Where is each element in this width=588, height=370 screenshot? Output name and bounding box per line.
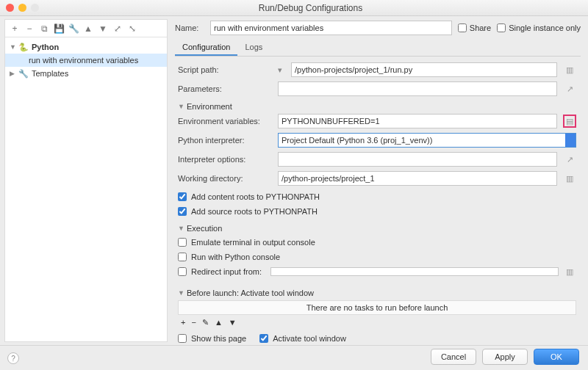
edit-icon[interactable]: ✎ (202, 318, 209, 327)
tree-node-run-config[interactable]: run with environment variables (5, 54, 167, 67)
wrench-icon: 🔧 (18, 69, 29, 79)
down-icon[interactable]: ▼ (98, 23, 108, 34)
tree-label: run with environment variables (29, 56, 138, 65)
ok-button[interactable]: OK (534, 349, 579, 365)
workdir-input[interactable] (278, 171, 557, 186)
up-icon[interactable]: ▲ (83, 23, 93, 34)
folder-icon[interactable]: ▥ (563, 63, 576, 76)
cancel-button[interactable]: Cancel (431, 349, 476, 365)
parameters-label: Parameters: (178, 84, 272, 93)
envvars-label: Environment variables: (178, 117, 272, 126)
traffic-lights (6, 4, 39, 12)
tree-label: Templates (32, 69, 68, 78)
script-path-label: Script path: (178, 65, 272, 74)
environment-section[interactable]: ▼Environment (178, 102, 576, 111)
script-path-input[interactable] (291, 62, 557, 77)
remove-icon[interactable]: − (191, 318, 196, 327)
chevron-down-icon[interactable]: ▾ (278, 65, 285, 75)
collapse-icon[interactable]: ⤡ (127, 23, 137, 34)
wrench-icon[interactable]: 🔧 (68, 23, 79, 34)
before-launch-toolbar: + − ✎ ▲ ▼ (178, 316, 576, 329)
sidebar-toolbar: + − ⧉ 💾 🔧 ▲ ▼ ⤢ ⤡ (5, 20, 167, 37)
sidebar: + − ⧉ 💾 🔧 ▲ ▼ ⤢ ⤡ ▼ 🐍 Python run with en… (4, 19, 168, 342)
execution-section[interactable]: ▼Execution (178, 224, 576, 233)
before-launch-section[interactable]: ▼Before launch: Activate tool window (178, 289, 576, 297)
tab-logs[interactable]: Logs (237, 40, 270, 56)
redirect-input-field[interactable] (270, 267, 559, 276)
expand-icon[interactable]: ↗ (563, 153, 576, 166)
minimize-icon[interactable] (18, 4, 26, 12)
tab-configuration[interactable]: Configuration (175, 40, 237, 56)
apply-button[interactable]: Apply (482, 349, 528, 365)
expand-icon[interactable]: ⤢ (112, 23, 123, 34)
tabs: Configuration Logs (175, 40, 581, 57)
tree-label: Python (32, 43, 59, 51)
redirect-input-checkbox[interactable] (178, 267, 187, 276)
name-label: Name: (175, 23, 204, 32)
help-icon[interactable]: ? (7, 352, 19, 364)
zoom-icon (31, 4, 39, 12)
add-icon[interactable]: + (10, 23, 20, 34)
chevron-down-icon: ▼ (10, 43, 15, 51)
down-icon[interactable]: ▼ (229, 318, 237, 327)
parameters-input[interactable] (278, 81, 557, 96)
close-icon[interactable] (6, 4, 14, 12)
python-icon: 🐍 (18, 43, 29, 52)
copy-icon[interactable]: ⧉ (39, 23, 49, 34)
up-icon[interactable]: ▲ (215, 318, 223, 327)
interpreter-label: Python interpreter: (178, 136, 272, 145)
envvars-input[interactable] (278, 114, 557, 128)
name-input[interactable] (210, 21, 452, 35)
expand-icon[interactable]: ↗ (563, 82, 576, 95)
folder-icon[interactable]: ▥ (563, 265, 576, 278)
config-tree: ▼ 🐍 Python run with environment variable… (5, 37, 167, 83)
dialog-footer: Cancel Apply OK (0, 345, 588, 367)
window-title: Run/Debug Configurations (39, 3, 582, 13)
single-instance-checkbox[interactable]: Single instance only (497, 23, 581, 32)
add-source-roots-checkbox[interactable] (178, 207, 187, 216)
workdir-label: Working directory: (178, 174, 272, 183)
emulate-terminal-checkbox[interactable] (178, 238, 187, 247)
remove-icon[interactable]: − (24, 23, 35, 34)
before-launch-tasks: There are no tasks to run before launch (178, 300, 576, 315)
share-checkbox[interactable]: Share (458, 23, 491, 32)
interp-opts-label: Interpreter options: (178, 155, 272, 164)
activate-tool-window-checkbox[interactable] (259, 334, 268, 343)
titlebar: Run/Debug Configurations (0, 0, 588, 16)
browse-envvars-button[interactable]: ▤ (563, 115, 576, 128)
tree-node-templates[interactable]: ▶ 🔧 Templates (5, 67, 167, 80)
interpreter-select[interactable]: Project Default (Python 3.6 (proj_1_venv… (278, 133, 576, 148)
run-python-console-checkbox[interactable] (178, 253, 187, 261)
add-content-roots-checkbox[interactable] (178, 192, 187, 201)
folder-icon[interactable]: ▥ (563, 172, 576, 185)
interp-opts-input[interactable] (278, 152, 557, 167)
chevron-right-icon: ▶ (10, 70, 15, 77)
save-icon[interactable]: 💾 (54, 23, 64, 34)
tree-node-python[interactable]: ▼ 🐍 Python (5, 40, 167, 54)
add-icon[interactable]: + (181, 318, 185, 327)
show-this-page-checkbox[interactable] (178, 334, 187, 343)
